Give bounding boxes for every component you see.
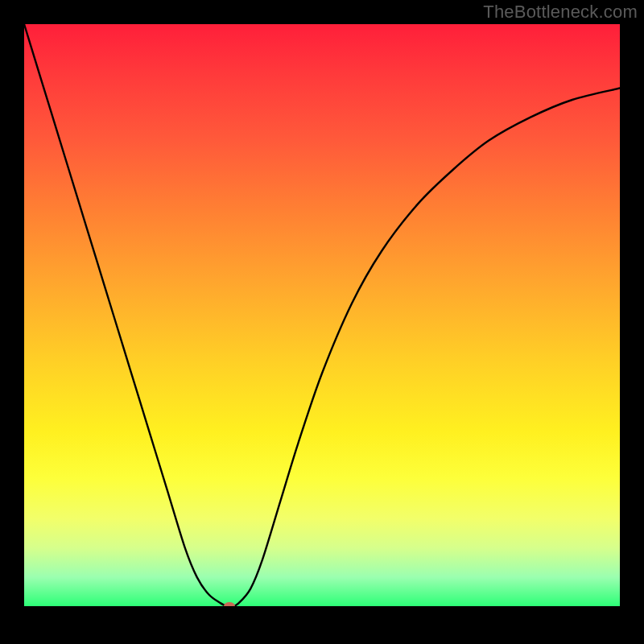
- watermark-text: TheBottleneck.com: [483, 2, 638, 23]
- optimum-marker: [224, 602, 235, 606]
- bottleneck-curve: [24, 24, 620, 606]
- chart-frame: TheBottleneck.com: [0, 0, 644, 644]
- plot-area: [24, 24, 620, 606]
- curve-svg: [24, 24, 620, 606]
